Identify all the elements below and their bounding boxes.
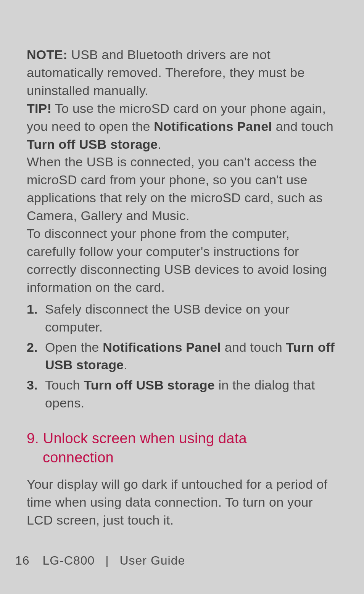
step-2-pre: Open the (45, 340, 103, 354)
tip-paragraph: TIP! To use the microSD card on your pho… (27, 100, 337, 153)
step-2: 2. Open the Notifications Panel and touc… (27, 338, 337, 374)
tip-label: TIP! (27, 101, 52, 116)
step-3-pre: Touch (45, 378, 84, 392)
page-number: 16 (15, 554, 30, 567)
footer-text: 16 LG-C800 | User Guide (0, 552, 364, 569)
step-3: 3. Touch Turn off USB storage in the dia… (27, 376, 337, 412)
step-2-post: . (124, 357, 127, 372)
footer-rule (0, 545, 34, 545)
step-1: 1. Safely disconnect the USB device on y… (27, 300, 337, 336)
section-9-heading: 9. Unlock screen when using data connect… (27, 429, 337, 467)
section-9-heading-line2: connection (27, 448, 337, 467)
note-label: NOTE: (27, 47, 68, 62)
section-9-body: Your display will go dark if untouched f… (27, 475, 337, 529)
note-text: USB and Bluetooth drivers are not automa… (27, 47, 305, 98)
page-container: NOTE: USB and Bluetooth drivers are not … (0, 0, 364, 594)
tip-mid: and touch (272, 119, 333, 134)
steps-list: 1. Safely disconnect the USB device on y… (27, 300, 337, 412)
step-2-number: 2. (27, 338, 38, 356)
step-3-bold-turn-off-usb: Turn off USB storage (84, 378, 214, 392)
disconnect-intro-paragraph: To disconnect your phone from the comput… (27, 225, 337, 296)
footer-model: LG-C800 (42, 554, 95, 567)
step-3-number: 3. (27, 376, 38, 394)
usb-connected-paragraph: When the USB is connected, you can't acc… (27, 153, 337, 225)
step-2-bold-notifications-panel: Notifications Panel (103, 340, 221, 354)
section-9-heading-line1: 9. Unlock screen when using data (27, 430, 247, 446)
step-1-number: 1. (27, 300, 38, 318)
footer-title: User Guide (119, 554, 185, 567)
note-paragraph: NOTE: USB and Bluetooth drivers are not … (27, 46, 337, 100)
tip-post: . (158, 137, 161, 151)
page-footer: 16 LG-C800 | User Guide (0, 545, 364, 569)
step-2-mid: and touch (221, 340, 286, 354)
tip-bold-notifications-panel: Notifications Panel (154, 119, 272, 134)
footer-separator: | (105, 554, 109, 567)
tip-bold-turn-off-usb: Turn off USB storage (27, 137, 158, 151)
step-1-text: Safely disconnect the USB device on your… (45, 302, 290, 334)
